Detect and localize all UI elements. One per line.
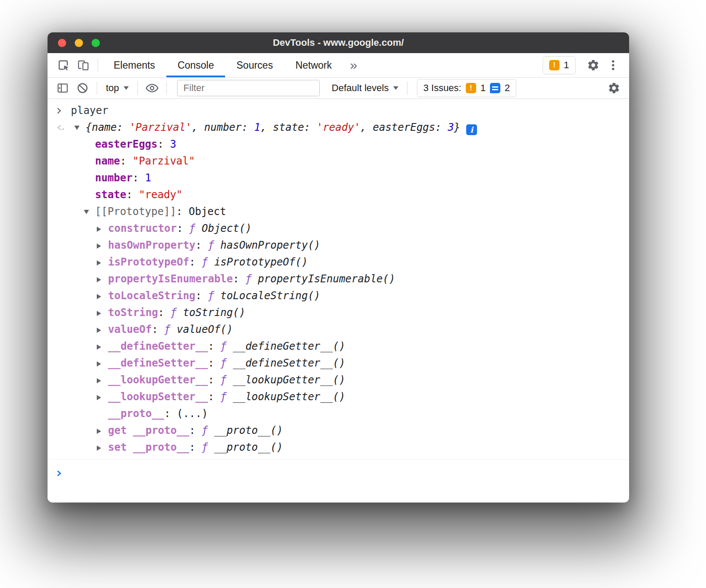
disclosure-triangle-icon[interactable] [84,203,95,220]
console-token: "Parzival" [133,155,195,167]
console-row: name: "Parzival" [48,153,629,170]
tab-elements[interactable]: Elements [102,53,166,77]
console-token: easterEggs [95,138,158,150]
more-tabs-button[interactable]: » [343,58,364,73]
console-row: number: 1 [48,170,629,187]
tab-network[interactable]: Network [284,53,343,77]
console-token: : [158,138,170,150]
disclosure-triangle-icon[interactable] [97,237,108,254]
console-token: : [133,172,145,184]
disclosure-triangle-icon[interactable] [97,254,108,271]
console-token: __lookupSetter__() [233,391,345,403]
window-titlebar[interactable]: DevTools - www.google.com/ [48,32,629,53]
console-token: toString [108,307,158,319]
console-log: player{name: 'Parzival', number: 1, stat… [48,102,629,456]
console-token: : [208,357,220,369]
console-row: __defineSetter__: ƒ __defineSetter__() [48,355,629,372]
desktop-background: DevTools - www.google.com/ ElementsConso… [0,0,706,588]
execution-context-selector[interactable]: top [102,82,133,94]
disclosure-triangle-icon[interactable] [97,372,108,389]
console-token: name [92,121,117,133]
separator [137,82,138,95]
disclosure-triangle-icon[interactable] [97,321,108,338]
console-row: [[Prototype]]: Object [48,203,629,220]
console-token: , [360,121,373,133]
device-toolbar-icon[interactable] [73,55,93,75]
console-token: __defineSetter__() [233,357,345,369]
console-row: {name: 'Parzival', number: 1, state: 're… [48,119,629,136]
console-token: : [435,121,448,133]
levels-label: Default levels [332,82,389,94]
disclosure-triangle-icon[interactable] [97,288,108,304]
disclosure-triangle-icon[interactable] [97,220,108,237]
console-token: : [158,307,171,319]
console-token: { [86,121,92,133]
tab-sources[interactable]: Sources [225,53,284,77]
console-settings-gear-icon[interactable] [604,78,624,98]
console-token: ƒ [208,239,220,251]
console-token: Object() [202,222,252,234]
console-token: : [195,290,208,302]
maximize-window-button[interactable] [92,39,100,47]
console-row: __defineGetter__: ƒ __defineGetter__() [48,338,629,355]
console-token: number [95,172,133,184]
filter-input[interactable] [177,80,320,96]
console-token: ƒ [202,256,214,268]
console-token: (...) [177,408,208,420]
disclosure-triangle-icon[interactable] [97,439,108,456]
disclosure-triangle-icon[interactable] [97,271,108,288]
console-token: : [189,441,202,453]
disclosure-triangle-icon[interactable] [97,355,108,372]
live-expression-eye-icon[interactable] [142,78,162,98]
console-prompt-input[interactable] [48,459,629,490]
console-row: easterEggs: 3 [48,136,629,153]
chevron-down-icon [393,86,398,90]
console-token: isPrototypeOf [108,256,189,268]
console-token: constructor [108,222,177,234]
disclosure-triangle-icon[interactable] [97,304,108,321]
tab-console[interactable]: Console [166,53,225,77]
console-row: __proto__: (...) [48,405,629,422]
issues-warning-count: 1 [480,82,486,94]
console-sidebar-toggle-icon[interactable] [53,78,73,98]
console-token: __defineGetter__() [233,340,345,352]
prompt-chevron-icon [55,465,63,482]
console-token: 1 [254,121,260,133]
close-window-button[interactable] [58,39,66,47]
disclosure-triangle-icon[interactable] [97,389,108,405]
console-token: , [192,121,204,133]
console-toolbar: top Default levels 3 Issues: ! 1 [48,78,629,99]
separator [166,82,167,95]
issues-message-count: 2 [505,82,510,94]
console-token: : [117,121,129,133]
console-token: "ready" [139,189,182,201]
disclosure-triangle-icon[interactable] [97,338,108,355]
console-token: toString() [183,307,245,319]
console-token: set __proto__ [108,441,189,453]
disclosure-triangle-icon[interactable] [74,119,86,136]
issues-warning-badge[interactable]: ! 1 [543,56,576,74]
message-bubble-icon [490,83,500,93]
console-token: __lookupGetter__ [108,374,208,386]
console-token: __lookupSetter__ [108,391,208,403]
log-levels-selector[interactable]: Default levels [328,82,403,94]
issues-counter-button[interactable]: 3 Issues: ! 1 2 [417,79,517,97]
console-row: toLocaleString: ƒ toLocaleString() [48,288,629,304]
minimize-window-button[interactable] [75,39,83,47]
clear-console-icon[interactable] [73,78,92,98]
panel-tabs: ElementsConsoleSourcesNetwork [102,53,343,77]
console-token: : [152,323,164,335]
console-token: easterEggs [373,121,436,133]
inspect-element-icon[interactable] [54,55,73,75]
console-token: 'ready' [317,121,360,133]
info-icon[interactable]: i [466,124,477,135]
disclosure-triangle-icon[interactable] [97,422,108,439]
console-token: propertyIsEnumerable() [258,273,395,285]
console-row: __lookupSetter__: ƒ __lookupSetter__() [48,389,629,405]
console-row: propertyIsEnumerable: ƒ propertyIsEnumer… [48,271,629,288]
console-token: state [95,189,126,201]
kebab-menu-icon[interactable] [603,55,623,75]
console-token: valueOf [108,323,152,335]
console-token: } [454,121,460,133]
settings-gear-icon[interactable] [583,55,603,75]
